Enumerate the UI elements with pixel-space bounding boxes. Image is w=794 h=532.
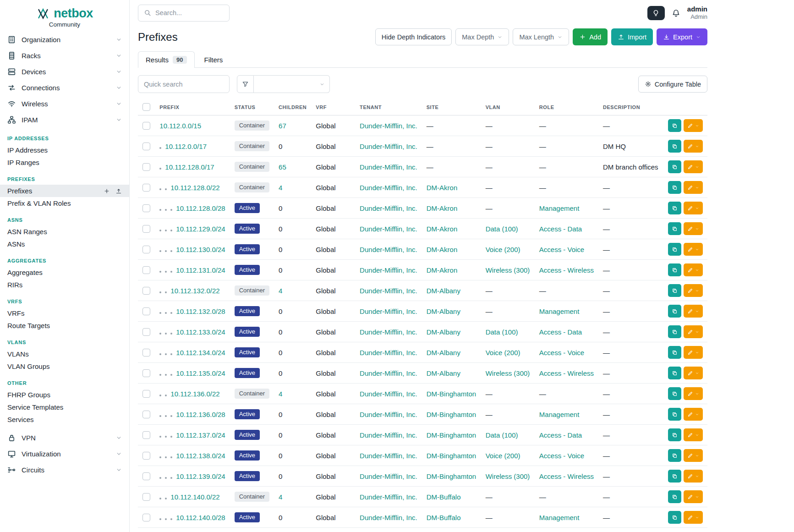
site-link[interactable]: DM-Akron bbox=[427, 204, 458, 212]
prefix-link[interactable]: 10.112.132.0/22 bbox=[170, 287, 219, 295]
row-checkbox[interactable] bbox=[142, 411, 150, 418]
column-header-vlan[interactable]: VLAN bbox=[481, 99, 535, 115]
row-checkbox[interactable] bbox=[142, 122, 150, 130]
vlan-link[interactable]: Voice (200) bbox=[486, 246, 520, 253]
column-header-prefix[interactable]: PREFIX bbox=[155, 99, 230, 115]
copy-button[interactable] bbox=[668, 243, 681, 256]
site-link[interactable]: DM-Akron bbox=[427, 184, 458, 192]
row-checkbox[interactable] bbox=[142, 246, 150, 253]
saved-filter-select[interactable] bbox=[254, 75, 330, 93]
edit-button[interactable] bbox=[684, 511, 703, 524]
import-shortcut-icon[interactable] bbox=[115, 188, 122, 194]
edit-button[interactable] bbox=[684, 490, 703, 503]
tenant-link[interactable]: Dunder-Mifflin, Inc. bbox=[360, 514, 417, 521]
edit-button[interactable] bbox=[684, 284, 703, 297]
sidebar-item-route-targets[interactable]: Route Targets bbox=[0, 319, 129, 332]
notifications-button[interactable] bbox=[672, 9, 680, 17]
search-input[interactable] bbox=[155, 9, 224, 16]
role-link[interactable]: Access - Wireless bbox=[539, 369, 594, 377]
tenant-link[interactable]: Dunder-Mifflin, Inc. bbox=[360, 328, 417, 336]
row-checkbox[interactable] bbox=[142, 452, 150, 460]
row-checkbox[interactable] bbox=[142, 514, 150, 521]
tab-filters[interactable]: Filters bbox=[197, 51, 231, 68]
add-shortcut-icon[interactable] bbox=[104, 188, 110, 194]
site-link[interactable]: DM-Binghamton bbox=[427, 452, 476, 460]
sidebar-item-prefix-vlan-roles[interactable]: Prefix & VLAN Roles bbox=[0, 197, 129, 209]
sidebar-item-ipam[interactable]: IPAM bbox=[0, 112, 129, 128]
user-menu[interactable]: admin Admin bbox=[687, 5, 707, 21]
tenant-link[interactable]: Dunder-Mifflin, Inc. bbox=[360, 287, 417, 295]
sidebar-item-rirs[interactable]: RIRs bbox=[0, 279, 129, 291]
tenant-link[interactable]: Dunder-Mifflin, Inc. bbox=[360, 493, 417, 501]
sidebar-item-vlan-groups[interactable]: VLAN Groups bbox=[0, 360, 129, 373]
copy-button[interactable] bbox=[668, 160, 681, 173]
vlan-link[interactable]: Wireless (300) bbox=[486, 369, 530, 377]
row-checkbox[interactable] bbox=[142, 163, 150, 171]
copy-button[interactable] bbox=[668, 490, 681, 503]
row-checkbox[interactable] bbox=[142, 143, 150, 150]
role-link[interactable]: Management bbox=[539, 514, 580, 521]
sidebar-item-ip-ranges[interactable]: IP Ranges bbox=[0, 156, 129, 169]
edit-button[interactable] bbox=[684, 449, 703, 462]
select-all-checkbox[interactable] bbox=[142, 103, 150, 111]
tenant-link[interactable]: Dunder-Mifflin, Inc. bbox=[360, 431, 417, 439]
children-link[interactable]: 4 bbox=[279, 493, 282, 501]
tab-results[interactable]: Results 90 bbox=[138, 51, 195, 68]
tenant-link[interactable]: Dunder-Mifflin, Inc. bbox=[360, 163, 417, 171]
copy-button[interactable] bbox=[668, 263, 681, 276]
edit-button[interactable] bbox=[684, 428, 703, 441]
column-header-children[interactable]: CHILDREN bbox=[274, 99, 311, 115]
column-header-tenant[interactable]: TENANT bbox=[355, 99, 422, 115]
site-link[interactable]: DM-Albany bbox=[427, 328, 460, 336]
vlan-link[interactable]: Data (100) bbox=[486, 225, 518, 233]
prefix-link[interactable]: 10.112.132.0/28 bbox=[176, 307, 225, 315]
copy-button[interactable] bbox=[668, 284, 681, 297]
sidebar-item-racks[interactable]: Racks bbox=[0, 48, 129, 64]
tenant-link[interactable]: Dunder-Mifflin, Inc. bbox=[360, 411, 417, 418]
copy-button[interactable] bbox=[668, 181, 681, 194]
role-link[interactable]: Access - Voice bbox=[539, 452, 584, 460]
tenant-link[interactable]: Dunder-Mifflin, Inc. bbox=[360, 246, 417, 253]
copy-button[interactable] bbox=[668, 470, 681, 483]
tenant-link[interactable]: Dunder-Mifflin, Inc. bbox=[360, 390, 417, 398]
sidebar-item-organization[interactable]: Organization bbox=[0, 32, 129, 48]
max-depth-dropdown[interactable]: Max Depth bbox=[455, 28, 509, 45]
children-link[interactable]: 67 bbox=[279, 122, 286, 130]
tenant-link[interactable]: Dunder-Mifflin, Inc. bbox=[360, 184, 417, 192]
prefix-link[interactable]: 10.112.137.0/24 bbox=[176, 431, 225, 439]
site-link[interactable]: DM-Binghamton bbox=[427, 472, 476, 480]
site-link[interactable]: DM-Albany bbox=[427, 307, 460, 315]
column-header-status[interactable]: STATUS bbox=[230, 99, 274, 115]
sidebar-item-wireless[interactable]: Wireless bbox=[0, 96, 129, 112]
site-link[interactable]: DM-Albany bbox=[427, 369, 460, 377]
site-link[interactable]: DM-Akron bbox=[427, 225, 458, 233]
edit-button[interactable] bbox=[684, 181, 703, 194]
children-link[interactable]: 4 bbox=[279, 184, 282, 192]
export-button[interactable]: Export bbox=[657, 28, 707, 45]
tenant-link[interactable]: Dunder-Mifflin, Inc. bbox=[360, 204, 417, 212]
add-button[interactable]: Add bbox=[573, 28, 608, 45]
column-header-role[interactable]: ROLE bbox=[535, 99, 598, 115]
vlan-link[interactable]: Wireless (300) bbox=[486, 472, 530, 480]
prefix-link[interactable]: 10.112.0.0/15 bbox=[159, 122, 201, 130]
children-link[interactable]: 4 bbox=[279, 287, 282, 295]
edit-button[interactable] bbox=[684, 140, 703, 153]
role-link[interactable]: Access - Data bbox=[539, 225, 582, 233]
tenant-link[interactable]: Dunder-Mifflin, Inc. bbox=[360, 225, 417, 233]
sidebar-item-aggregates[interactable]: Aggregates bbox=[0, 266, 129, 279]
sidebar-item-vlans[interactable]: VLANs bbox=[0, 348, 129, 360]
site-link[interactable]: DM-Binghamton bbox=[427, 431, 476, 439]
copy-button[interactable] bbox=[668, 202, 681, 214]
edit-button[interactable] bbox=[684, 470, 703, 483]
row-checkbox[interactable] bbox=[142, 328, 150, 336]
edit-button[interactable] bbox=[684, 160, 703, 173]
site-link[interactable]: DM-Akron bbox=[427, 246, 458, 253]
sidebar-item-connections[interactable]: Connections bbox=[0, 80, 129, 96]
sidebar-item-fhrp-groups[interactable]: FHRP Groups bbox=[0, 389, 129, 401]
vlan-link[interactable]: Voice (200) bbox=[486, 452, 520, 460]
filter-button[interactable] bbox=[237, 75, 254, 93]
role-link[interactable]: Access - Voice bbox=[539, 349, 584, 356]
theme-toggle-button[interactable] bbox=[647, 6, 665, 20]
prefix-link[interactable]: 10.112.140.0/28 bbox=[176, 514, 225, 521]
prefix-link[interactable]: 10.112.134.0/24 bbox=[176, 349, 225, 356]
